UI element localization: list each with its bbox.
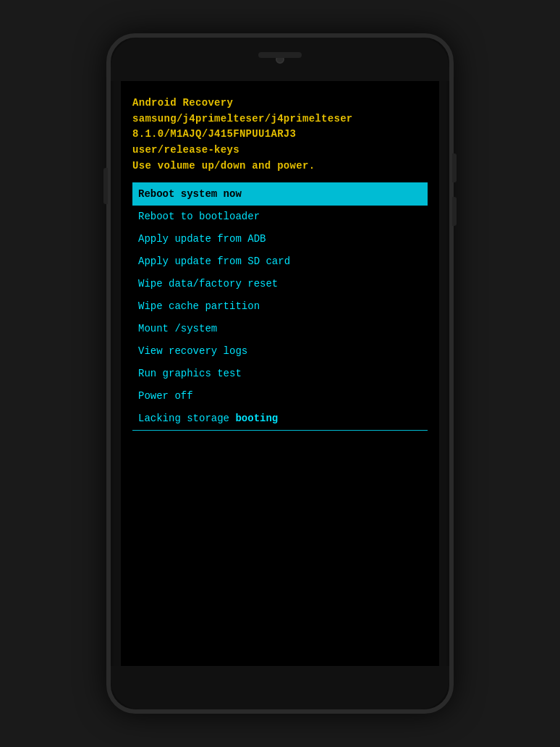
phone-top-bar [111,38,449,81]
menu-item-mount-system[interactable]: Mount /system [132,318,428,340]
phone-bottom-bar [111,666,449,709]
recovery-title: Android Recovery [132,96,428,111]
device-model-line: samsung/j4primelteser/j4primelteser [132,111,428,127]
lacking-storage-text: Lacking storage [138,413,235,424]
phone-screen: Android Recovery samsung/j4primelteser/j… [121,81,439,666]
power-button [452,153,457,182]
menu-item-power-off[interactable]: Power off [132,385,428,408]
menu-item-view-logs[interactable]: View recovery logs [132,340,428,363]
volume-down-button [452,197,457,226]
phone-device: Android Recovery samsung/j4primelteser/j… [106,33,454,714]
menu-item-reboot-system[interactable]: Reboot system now [132,183,428,206]
navigation-hint-line: Use volume up/down and power. [132,159,428,174]
firmware-version-line: 8.1.0/M1AJQ/J415FNPUU1ARJ3 [132,127,428,143]
booting-text: booting [235,413,278,424]
menu-item-wipe-data[interactable]: Wipe data/factory reset [132,273,428,295]
menu-item-lacking-storage[interactable]: Lacking storage booting [132,408,428,430]
speaker-grille [258,52,302,58]
menu-item-reboot-bootloader[interactable]: Reboot to bootloader [132,206,428,228]
volume-button [103,168,108,204]
menu-item-wipe-cache[interactable]: Wipe cache partition [132,295,428,318]
device-info-section: Android Recovery samsung/j4primelteser/j… [132,96,428,174]
build-type-line: user/release-keys [132,143,428,159]
menu-item-apply-adb[interactable]: Apply update from ADB [132,228,428,250]
recovery-menu: Reboot system now Reboot to bootloader A… [132,182,428,431]
menu-item-apply-sdcard[interactable]: Apply update from SD card [132,250,428,273]
menu-item-run-graphics[interactable]: Run graphics test [132,363,428,385]
recovery-screen: Android Recovery samsung/j4primelteser/j… [121,81,439,666]
